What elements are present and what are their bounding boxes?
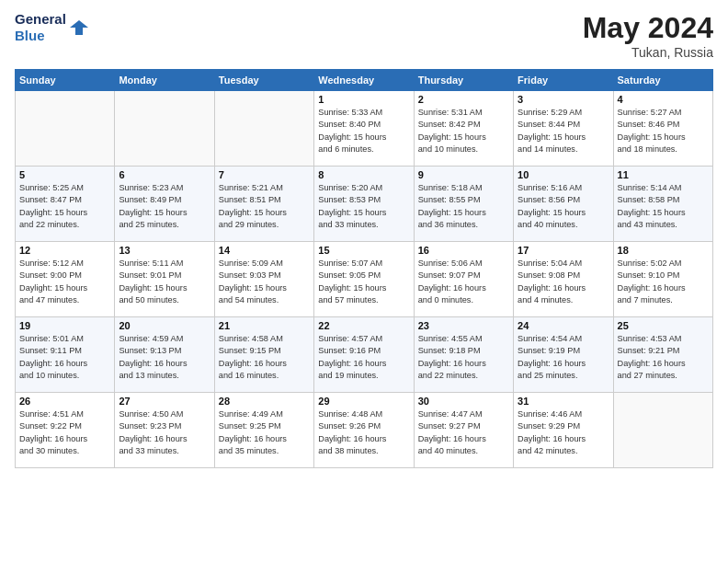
day-info: Sunrise: 4:53 AM Sunset: 9:21 PM Dayligh… — [618, 333, 709, 382]
calendar-cell: 9Sunrise: 5:18 AM Sunset: 8:55 PM Daylig… — [414, 167, 513, 242]
day-number: 29 — [318, 396, 409, 407]
calendar-cell — [16, 91, 115, 167]
day-number: 31 — [518, 396, 609, 407]
day-number: 11 — [618, 169, 709, 180]
calendar-cell: 4Sunrise: 5:27 AM Sunset: 8:46 PM Daylig… — [613, 91, 712, 167]
calendar-cell: 28Sunrise: 4:49 AM Sunset: 9:25 PM Dayli… — [214, 393, 313, 468]
day-info: Sunrise: 4:51 AM Sunset: 9:22 PM Dayligh… — [19, 408, 110, 457]
day-number: 4 — [618, 94, 709, 105]
day-number: 27 — [119, 396, 210, 407]
calendar-cell: 11Sunrise: 5:14 AM Sunset: 8:58 PM Dayli… — [613, 167, 712, 242]
calendar-cell: 15Sunrise: 5:07 AM Sunset: 9:05 PM Dayli… — [314, 242, 414, 317]
calendar-cell: 22Sunrise: 4:57 AM Sunset: 9:16 PM Dayli… — [314, 317, 414, 393]
day-number: 25 — [618, 320, 709, 331]
calendar-cell: 7Sunrise: 5:21 AM Sunset: 8:51 PM Daylig… — [214, 167, 313, 242]
calendar-table: SundayMondayTuesdayWednesdayThursdayFrid… — [15, 69, 713, 468]
day-info: Sunrise: 5:02 AM Sunset: 9:10 PM Dayligh… — [618, 258, 709, 306]
day-info: Sunrise: 5:09 AM Sunset: 9:03 PM Dayligh… — [219, 258, 310, 306]
calendar-cell — [115, 91, 214, 167]
day-info: Sunrise: 4:47 AM Sunset: 9:27 PM Dayligh… — [418, 408, 509, 457]
week-row-5: 26Sunrise: 4:51 AM Sunset: 9:22 PM Dayli… — [16, 393, 713, 468]
day-info: Sunrise: 5:33 AM Sunset: 8:40 PM Dayligh… — [318, 107, 409, 155]
day-info: Sunrise: 4:49 AM Sunset: 9:25 PM Dayligh… — [219, 408, 310, 457]
calendar-cell: 8Sunrise: 5:20 AM Sunset: 8:53 PM Daylig… — [314, 167, 414, 242]
day-number: 7 — [219, 169, 310, 180]
weekday-header-row: SundayMondayTuesdayWednesdayThursdayFrid… — [16, 70, 713, 91]
weekday-header-wednesday: Wednesday — [314, 70, 414, 91]
day-info: Sunrise: 5:27 AM Sunset: 8:46 PM Dayligh… — [618, 107, 709, 155]
calendar-cell: 19Sunrise: 5:01 AM Sunset: 9:11 PM Dayli… — [16, 317, 115, 393]
calendar-cell: 17Sunrise: 5:04 AM Sunset: 9:08 PM Dayli… — [514, 242, 613, 317]
day-info: Sunrise: 4:59 AM Sunset: 9:13 PM Dayligh… — [119, 333, 210, 382]
day-number: 22 — [318, 320, 409, 331]
day-info: Sunrise: 5:01 AM Sunset: 9:11 PM Dayligh… — [19, 333, 110, 382]
weekday-header-saturday: Saturday — [613, 70, 712, 91]
calendar-cell: 30Sunrise: 4:47 AM Sunset: 9:27 PM Dayli… — [414, 393, 513, 468]
day-info: Sunrise: 4:46 AM Sunset: 9:29 PM Dayligh… — [518, 408, 609, 457]
day-number: 24 — [518, 320, 609, 331]
week-row-4: 19Sunrise: 5:01 AM Sunset: 9:11 PM Dayli… — [16, 317, 713, 393]
calendar-cell: 14Sunrise: 5:09 AM Sunset: 9:03 PM Dayli… — [214, 242, 313, 317]
day-number: 12 — [19, 245, 110, 256]
day-info: Sunrise: 5:29 AM Sunset: 8:44 PM Dayligh… — [518, 107, 609, 155]
weekday-header-thursday: Thursday — [414, 70, 513, 91]
calendar-cell: 6Sunrise: 5:23 AM Sunset: 8:49 PM Daylig… — [115, 167, 214, 242]
header: General Blue May 2024 Tukan, Russia — [15, 11, 713, 60]
calendar-cell: 24Sunrise: 4:54 AM Sunset: 9:19 PM Dayli… — [514, 317, 613, 393]
day-number: 3 — [518, 94, 609, 105]
calendar-cell: 2Sunrise: 5:31 AM Sunset: 8:42 PM Daylig… — [414, 91, 513, 167]
day-number: 10 — [518, 169, 609, 180]
calendar-cell: 23Sunrise: 4:55 AM Sunset: 9:18 PM Dayli… — [414, 317, 513, 393]
calendar-cell: 25Sunrise: 4:53 AM Sunset: 9:21 PM Dayli… — [613, 317, 712, 393]
calendar-cell: 26Sunrise: 4:51 AM Sunset: 9:22 PM Dayli… — [16, 393, 115, 468]
day-info: Sunrise: 5:20 AM Sunset: 8:53 PM Dayligh… — [318, 182, 409, 231]
day-info: Sunrise: 5:25 AM Sunset: 8:47 PM Dayligh… — [19, 182, 110, 231]
day-info: Sunrise: 5:21 AM Sunset: 8:51 PM Dayligh… — [219, 182, 310, 231]
logo-text: General Blue — [15, 11, 66, 44]
calendar-cell — [214, 91, 313, 167]
day-number: 14 — [219, 245, 310, 256]
day-number: 21 — [219, 320, 310, 331]
calendar-cell: 1Sunrise: 5:33 AM Sunset: 8:40 PM Daylig… — [314, 91, 414, 167]
day-number: 28 — [219, 396, 310, 407]
day-number: 23 — [418, 320, 509, 331]
day-info: Sunrise: 5:16 AM Sunset: 8:56 PM Dayligh… — [518, 182, 609, 231]
title-block: May 2024 Tukan, Russia — [583, 11, 713, 60]
calendar-cell: 5Sunrise: 5:25 AM Sunset: 8:47 PM Daylig… — [16, 167, 115, 242]
calendar-cell: 13Sunrise: 5:11 AM Sunset: 9:01 PM Dayli… — [115, 242, 214, 317]
logo-bird-icon — [70, 18, 88, 37]
day-number: 19 — [19, 320, 110, 331]
day-number: 13 — [119, 245, 210, 256]
day-number: 2 — [418, 94, 509, 105]
calendar-cell: 21Sunrise: 4:58 AM Sunset: 9:15 PM Dayli… — [214, 317, 313, 393]
title-location: Tukan, Russia — [583, 45, 713, 60]
day-info: Sunrise: 5:11 AM Sunset: 9:01 PM Dayligh… — [119, 258, 210, 306]
svg-marker-0 — [70, 20, 88, 35]
day-number: 18 — [618, 245, 709, 256]
calendar-cell: 3Sunrise: 5:29 AM Sunset: 8:44 PM Daylig… — [514, 91, 613, 167]
logo: General Blue — [15, 11, 88, 44]
week-row-1: 1Sunrise: 5:33 AM Sunset: 8:40 PM Daylig… — [16, 91, 713, 167]
week-row-3: 12Sunrise: 5:12 AM Sunset: 9:00 PM Dayli… — [16, 242, 713, 317]
day-info: Sunrise: 5:12 AM Sunset: 9:00 PM Dayligh… — [19, 258, 110, 306]
day-info: Sunrise: 5:04 AM Sunset: 9:08 PM Dayligh… — [518, 258, 609, 306]
calendar-cell — [613, 393, 712, 468]
day-info: Sunrise: 4:48 AM Sunset: 9:26 PM Dayligh… — [318, 408, 409, 457]
day-number: 1 — [318, 94, 409, 105]
calendar-cell: 12Sunrise: 5:12 AM Sunset: 9:00 PM Dayli… — [16, 242, 115, 317]
calendar-cell: 29Sunrise: 4:48 AM Sunset: 9:26 PM Dayli… — [314, 393, 414, 468]
day-info: Sunrise: 4:50 AM Sunset: 9:23 PM Dayligh… — [119, 408, 210, 457]
weekday-header-monday: Monday — [115, 70, 214, 91]
day-number: 6 — [119, 169, 210, 180]
day-info: Sunrise: 5:31 AM Sunset: 8:42 PM Dayligh… — [418, 107, 509, 155]
calendar-cell: 31Sunrise: 4:46 AM Sunset: 9:29 PM Dayli… — [514, 393, 613, 468]
day-info: Sunrise: 4:55 AM Sunset: 9:18 PM Dayligh… — [418, 333, 509, 382]
weekday-header-friday: Friday — [514, 70, 613, 91]
title-month: May 2024 — [583, 11, 713, 45]
day-number: 17 — [518, 245, 609, 256]
day-number: 9 — [418, 169, 509, 180]
day-info: Sunrise: 4:58 AM Sunset: 9:15 PM Dayligh… — [219, 333, 310, 382]
calendar-cell: 16Sunrise: 5:06 AM Sunset: 9:07 PM Dayli… — [414, 242, 513, 317]
day-info: Sunrise: 5:07 AM Sunset: 9:05 PM Dayligh… — [318, 258, 409, 306]
day-number: 5 — [19, 169, 110, 180]
